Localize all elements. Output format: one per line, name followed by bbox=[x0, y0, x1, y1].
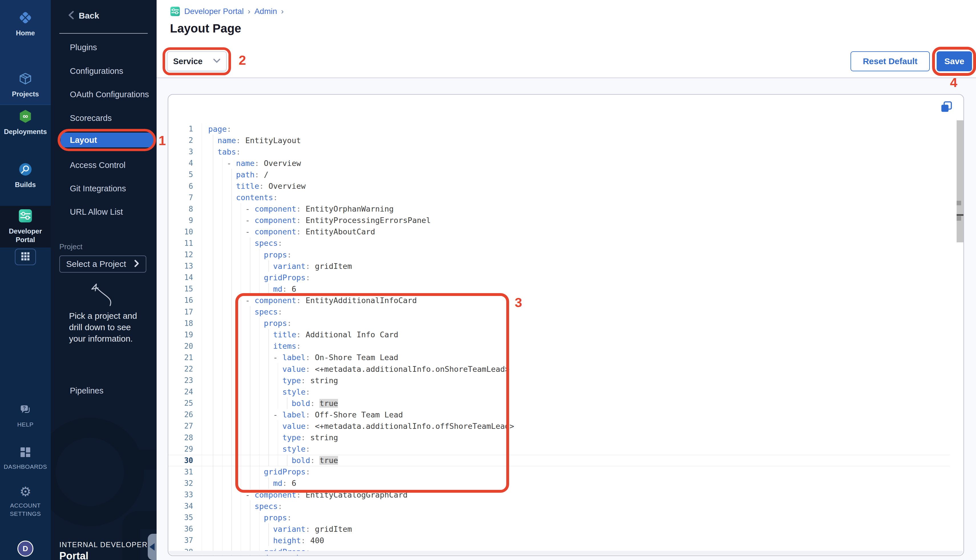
gear-icon: ⚙ bbox=[19, 485, 31, 498]
code-line[interactable]: 19title: Additional Info Card bbox=[168, 329, 950, 340]
code-line[interactable]: 4- name: Overview bbox=[168, 157, 950, 169]
code-line[interactable]: 5path: / bbox=[168, 169, 950, 180]
code-line[interactable]: 10- component: EntityAboutCard bbox=[168, 226, 950, 238]
line-number: 22 bbox=[168, 363, 202, 375]
code-line[interactable]: 36variant: gridItem bbox=[168, 523, 950, 535]
code-line[interactable]: 27value: <+metadata.additionalInfo.offSh… bbox=[168, 420, 950, 432]
code-line[interactable]: 33- component: EntityCatalogGraphCard bbox=[168, 489, 950, 500]
line-number: 20 bbox=[168, 340, 202, 352]
back-button[interactable]: Back bbox=[67, 10, 99, 21]
subnav-item-plugins[interactable]: Plugins bbox=[51, 39, 157, 55]
code-line[interactable]: 7contents: bbox=[168, 192, 950, 203]
code-line[interactable]: 32md: 6 bbox=[168, 478, 950, 489]
code-line[interactable]: 16- component: EntityAdditionalInfoCard bbox=[168, 295, 950, 306]
save-button[interactable]: Save bbox=[937, 51, 972, 71]
subnav-item-scorecards[interactable]: Scorecards bbox=[51, 110, 157, 126]
code-line[interactable]: 29style: bbox=[168, 443, 950, 455]
line-number: 2 bbox=[168, 135, 202, 146]
line-number: 11 bbox=[168, 238, 202, 249]
developer-portal-icon bbox=[18, 209, 33, 224]
breadcrumb-link-developer-portal[interactable]: Developer Portal bbox=[184, 7, 244, 16]
code-line[interactable]: 18props: bbox=[168, 318, 950, 329]
subnav-item-git-integrations[interactable]: Git Integrations bbox=[51, 180, 157, 197]
code-line[interactable]: 3tabs: bbox=[168, 146, 950, 157]
watermark-bar bbox=[136, 450, 157, 470]
rail-item-deployments[interactable]: ∞ Deployments bbox=[0, 109, 51, 136]
code-line[interactable]: 23type: string bbox=[168, 375, 950, 386]
code-line[interactable]: 12props: bbox=[168, 249, 950, 260]
chevron-left-icon bbox=[67, 10, 75, 21]
code-line[interactable]: 9- component: EntityProcessingErrorsPane… bbox=[168, 215, 950, 226]
code-lines[interactable]: 1page:2name: EntityLayout3tabs:4- name: … bbox=[168, 123, 950, 556]
copy-icon[interactable] bbox=[939, 100, 953, 114]
code-text: style: bbox=[202, 386, 310, 397]
code-line[interactable]: 11specs: bbox=[168, 238, 950, 249]
breadcrumb-link-admin[interactable]: Admin bbox=[254, 7, 277, 16]
code-text: name: EntityLayout bbox=[202, 135, 301, 146]
rail-item-label: DASHBOARDS bbox=[4, 462, 47, 471]
module-picker-button[interactable] bbox=[15, 248, 36, 265]
scope-select[interactable]: Service bbox=[167, 51, 227, 71]
editor-horizontal-scrollbar[interactable] bbox=[169, 551, 963, 555]
line-number: 34 bbox=[168, 500, 202, 512]
code-line[interactable]: 15md: 6 bbox=[168, 283, 950, 295]
rail-item-help[interactable]: ? HELP bbox=[0, 403, 51, 428]
line-number: 17 bbox=[168, 306, 202, 318]
code-line[interactable]: 8- component: EntityOrphanWarning bbox=[168, 203, 950, 215]
user-avatar[interactable]: D bbox=[17, 541, 33, 557]
rail-item-builds[interactable]: Builds bbox=[0, 162, 51, 189]
project-select[interactable]: Select a Project bbox=[59, 255, 146, 273]
line-number: 37 bbox=[168, 535, 202, 546]
code-line[interactable]: 37height: 400 bbox=[168, 535, 950, 546]
line-number: 28 bbox=[168, 432, 202, 443]
divider bbox=[59, 33, 148, 33]
scrollbar-cursor-marker bbox=[957, 214, 964, 216]
code-line[interactable]: 31gridProps: bbox=[168, 466, 950, 478]
watermark-ring bbox=[51, 418, 144, 526]
project-select-value: Select a Project bbox=[66, 259, 126, 269]
line-number: 32 bbox=[168, 478, 202, 489]
code-line[interactable]: 26- label: Off-Shore Team Lead bbox=[168, 409, 950, 420]
code-line[interactable]: 6title: Overview bbox=[168, 180, 950, 192]
editor-scrollbar-thumb[interactable] bbox=[957, 120, 964, 242]
code-line[interactable]: 2name: EntityLayout bbox=[168, 135, 950, 146]
subnav-item-layout[interactable]: Layout bbox=[51, 132, 157, 148]
line-number: 15 bbox=[168, 283, 202, 295]
rail-item-projects[interactable]: Projects bbox=[0, 71, 51, 98]
subnav-item-oauth-configurations[interactable]: OAuth Configurations bbox=[51, 87, 157, 102]
code-line[interactable]: 14gridProps: bbox=[168, 272, 950, 283]
code-text: bold: true bbox=[202, 397, 338, 409]
subnav-item-pipelines[interactable]: Pipelines bbox=[51, 383, 157, 398]
code-text: tabs: bbox=[202, 146, 241, 157]
code-line[interactable]: 35props: bbox=[168, 512, 950, 523]
code-line[interactable]: 22value: <+metadata.additionalInfo.onSho… bbox=[168, 363, 950, 375]
rail-item-account-settings[interactable]: ⚙ ACCOUNT SETTINGS bbox=[0, 485, 51, 518]
code-line[interactable]: 13variant: gridItem bbox=[168, 260, 950, 272]
line-number: 6 bbox=[168, 180, 202, 192]
rail-item-developer-portal[interactable]: DeveloperPortal bbox=[0, 209, 51, 244]
code-line[interactable]: 20items: bbox=[168, 340, 950, 352]
rail-item-home[interactable]: Home bbox=[0, 10, 51, 37]
subnav-item-access-control[interactable]: Access Control bbox=[51, 157, 157, 173]
grid-icon bbox=[20, 251, 31, 263]
rail-item-dashboards[interactable]: DASHBOARDS bbox=[0, 446, 51, 471]
main-content: Developer Portal › Admin › Layout Page S… bbox=[157, 0, 976, 560]
subnav-item-url-allow-list[interactable]: URL Allow List bbox=[51, 204, 157, 220]
reset-default-button[interactable]: Reset Default bbox=[851, 51, 930, 71]
code-line[interactable]: 25bold: true bbox=[168, 397, 950, 409]
code-line[interactable]: 17specs: bbox=[168, 306, 950, 318]
deployments-icon: ∞ bbox=[18, 109, 33, 125]
sidebar-collapse-button[interactable] bbox=[148, 534, 157, 560]
code-line[interactable]: 34specs: bbox=[168, 500, 950, 512]
code-line[interactable]: 24style: bbox=[168, 386, 950, 397]
help-chat-icon: ? bbox=[19, 403, 32, 417]
line-number: 3 bbox=[168, 146, 202, 157]
line-number: 14 bbox=[168, 272, 202, 283]
rail-item-label: Deployments bbox=[4, 128, 47, 136]
code-line[interactable]: 21- label: On-Shore Team Lead bbox=[168, 352, 950, 363]
code-line[interactable]: 1page: bbox=[168, 123, 950, 135]
code-line[interactable]: 30bold: true bbox=[168, 455, 950, 466]
subnav-item-configurations[interactable]: Configurations bbox=[51, 63, 157, 79]
code-line[interactable]: 28type: string bbox=[168, 432, 950, 443]
breadcrumb: Developer Portal › Admin › bbox=[170, 6, 284, 17]
